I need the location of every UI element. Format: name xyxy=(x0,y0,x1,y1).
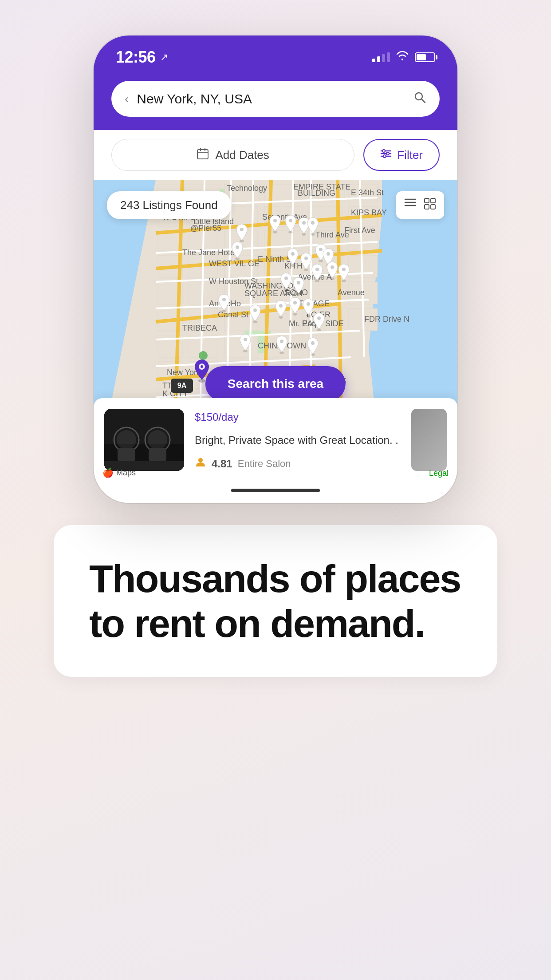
svg-point-148 xyxy=(331,265,334,269)
svg-point-10 xyxy=(386,152,389,155)
grid-view-icon[interactable] xyxy=(424,198,436,213)
svg-line-1 xyxy=(421,99,425,103)
bottom-text-section: Thousands of places to rent on demand. xyxy=(54,525,497,677)
svg-point-168 xyxy=(311,341,315,345)
svg-text:BUILDING: BUILDING xyxy=(298,189,335,198)
map-container[interactable]: Technology EMPIRE STATE BUILDING E 34th … xyxy=(94,180,457,482)
svg-text:WEST VIL  GE: WEST VIL GE xyxy=(209,259,260,268)
filter-button[interactable]: Filter xyxy=(363,139,440,171)
search-icon[interactable] xyxy=(413,91,426,107)
listing-meta: 4.81 Entire Salon xyxy=(195,457,401,471)
tagline-line2: to rent on demand. xyxy=(89,601,462,646)
add-dates-button[interactable]: Add Dates xyxy=(111,139,354,171)
svg-point-128 xyxy=(302,221,306,225)
apple-maps-watermark: 🍎 Maps xyxy=(102,467,136,478)
svg-point-146 xyxy=(315,268,319,271)
svg-rect-180 xyxy=(431,205,435,209)
svg-point-116 xyxy=(199,351,208,360)
home-bar xyxy=(231,489,320,492)
svg-text:@Pier55: @Pier55 xyxy=(190,224,221,233)
listing-title: Bright, Private Space with Great Locatio… xyxy=(195,433,401,448)
svg-text:KIPS BAY: KIPS BAY xyxy=(351,208,387,217)
svg-point-162 xyxy=(317,316,321,320)
search-area-header: ‹ New York, NY, USA xyxy=(94,74,457,130)
svg-text:Technology: Technology xyxy=(227,184,267,193)
listings-count-badge: 243 Listings Found xyxy=(107,191,231,219)
svg-point-154 xyxy=(253,308,257,312)
svg-point-142 xyxy=(284,277,288,280)
svg-point-140 xyxy=(327,252,330,256)
list-view-icon[interactable] xyxy=(404,198,417,213)
svg-text:The Jane Hotel: The Jane Hotel xyxy=(182,248,236,257)
search-this-area-button[interactable]: Search this area xyxy=(205,366,346,402)
listing-price: $150/day xyxy=(195,409,401,424)
filter-row: Add Dates Filter xyxy=(94,130,457,180)
svg-point-164 xyxy=(244,338,247,341)
svg-point-156 xyxy=(279,304,283,308)
svg-point-160 xyxy=(307,302,310,306)
svg-text:W Houston St: W Houston St xyxy=(209,277,258,286)
svg-point-166 xyxy=(280,340,283,343)
svg-rect-178 xyxy=(431,198,435,203)
svg-point-144 xyxy=(297,281,300,285)
svg-rect-2 xyxy=(197,150,208,159)
listings-count-text: 243 Listings Found xyxy=(120,198,218,212)
person-icon xyxy=(195,457,206,471)
phone-mockup: 12:56 ↗ ‹ New York, NY, USA xyxy=(94,36,457,503)
svg-text:First Ave: First Ave xyxy=(344,226,375,235)
back-arrow-icon[interactable]: ‹ xyxy=(125,92,129,106)
apple-logo-icon: 🍎 xyxy=(102,467,114,478)
svg-rect-179 xyxy=(425,205,429,209)
next-listing-preview xyxy=(411,409,447,471)
svg-point-158 xyxy=(293,301,297,304)
listing-details: $150/day Bright, Private Space with Grea… xyxy=(195,409,401,471)
svg-point-138 xyxy=(319,248,323,251)
listing-card[interactable]: $150/day Bright, Private Space with Grea… xyxy=(94,398,457,482)
listing-rating: 4.81 xyxy=(212,458,232,470)
listing-image xyxy=(104,409,184,471)
svg-text:9A: 9A xyxy=(177,382,187,389)
svg-point-122 xyxy=(240,228,244,231)
svg-point-190 xyxy=(198,458,203,462)
search-location-text: New York, NY, USA xyxy=(137,91,252,107)
svg-point-184 xyxy=(117,430,136,450)
status-time: 12:56 xyxy=(116,48,156,67)
svg-point-132 xyxy=(236,245,239,249)
svg-text:TRIBECA: TRIBECA xyxy=(182,324,217,332)
home-indicator-area xyxy=(94,482,457,503)
add-dates-label: Add Dates xyxy=(215,148,269,162)
battery-icon xyxy=(415,52,435,62)
svg-rect-188 xyxy=(149,448,166,461)
svg-text:FDR Drive N: FDR Drive N xyxy=(364,315,409,324)
location-arrow-icon: ↗ xyxy=(160,51,168,63)
svg-text:Avenue: Avenue xyxy=(338,288,365,297)
view-toggle[interactable] xyxy=(396,191,444,219)
status-bar: 12:56 ↗ xyxy=(94,36,457,74)
search-bar[interactable]: ‹ New York, NY, USA xyxy=(111,81,440,117)
svg-point-9 xyxy=(382,150,385,152)
svg-point-152 xyxy=(222,298,226,301)
maps-label: Maps xyxy=(116,468,136,478)
svg-text:E 34th St: E 34th St xyxy=(351,188,384,197)
svg-point-186 xyxy=(148,430,167,450)
tagline-line1: Thousands of places xyxy=(89,556,462,601)
wifi-icon xyxy=(396,51,409,63)
svg-rect-187 xyxy=(118,448,135,461)
listing-type: Entire Salon xyxy=(238,458,291,470)
svg-point-150 xyxy=(342,268,346,271)
svg-point-130 xyxy=(311,221,315,225)
svg-point-136 xyxy=(304,257,308,260)
legal-link[interactable]: Legal xyxy=(429,469,449,478)
calendar-icon xyxy=(197,147,209,162)
filter-label: Filter xyxy=(397,148,423,162)
svg-point-171 xyxy=(201,365,203,368)
filter-sliders-icon xyxy=(380,148,392,162)
svg-point-11 xyxy=(383,155,386,158)
svg-point-124 xyxy=(273,219,277,222)
svg-point-134 xyxy=(291,252,295,256)
svg-rect-177 xyxy=(425,198,429,203)
svg-point-126 xyxy=(289,219,292,222)
signal-icon xyxy=(372,52,390,62)
